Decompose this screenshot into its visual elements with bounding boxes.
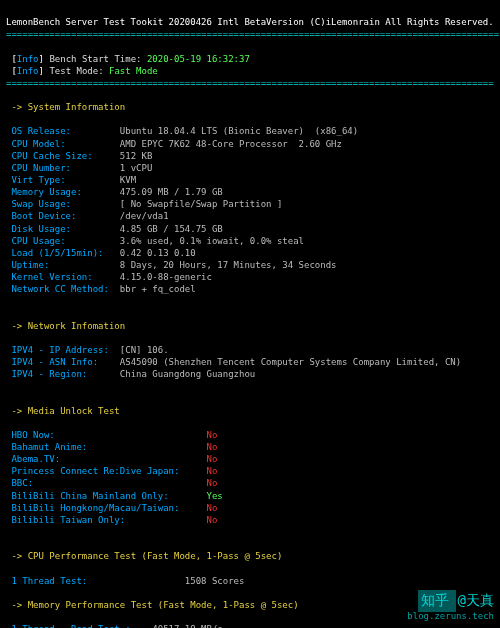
section-network: -> Network Infomation (11, 321, 125, 331)
terminal-output: LemonBench Server Test Tookit 20200426 I… (0, 0, 500, 628)
section-system: -> System Information (11, 102, 125, 112)
section-media: -> Media Unlock Test (11, 406, 119, 416)
divider: ========================================… (6, 29, 499, 39)
app-title: LemonBench Server Test Tookit 20200426 I… (6, 17, 494, 27)
overlay-badge (418, 590, 456, 612)
section-cpu: -> CPU Performance Test (Fast Mode, 1-Pa… (11, 551, 282, 561)
section-memory: -> Memory Performance Test (Fast Mode, 1… (11, 600, 298, 610)
